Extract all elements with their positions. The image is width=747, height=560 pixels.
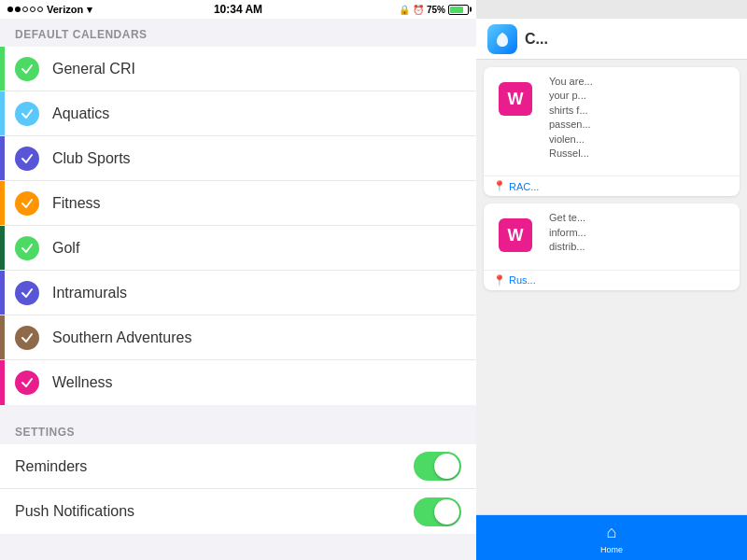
- checkmark-icon: [21, 63, 34, 76]
- news-card-1-location: 📍 RAC...: [484, 175, 740, 196]
- default-calendars-header: DEFAULT CALENDARS: [0, 19, 476, 47]
- color-bar-wellness: [0, 360, 5, 405]
- calendar-name-wellness: Wellness: [52, 374, 113, 391]
- color-bar-club-sports: [0, 136, 5, 180]
- alarm-icon: ⏰: [413, 5, 424, 15]
- calendar-name-intramurals: Intramurals: [52, 285, 127, 301]
- battery-icon: [448, 5, 469, 15]
- news-card-1: W You are...your p...shirts f...passen..…: [484, 67, 740, 196]
- calendar-item-intramurals[interactable]: Intramurals: [0, 271, 476, 315]
- settings-item-reminders: Reminders: [0, 444, 476, 489]
- toggle-knob-reminders: [434, 454, 459, 479]
- news-card-2-location: 📍 Rus...: [484, 270, 740, 290]
- calendar-name-general-cri: General CRI: [52, 61, 135, 77]
- status-time: 10:34 AM: [214, 3, 262, 16]
- settings-list: Reminders Push Notifications: [0, 444, 476, 534]
- check-circle-aquatics: [15, 102, 39, 126]
- lock-icon: 🔒: [399, 5, 410, 15]
- settings-header: SETTINGS: [0, 416, 476, 444]
- left-panel: Verizon ▾ 10:34 AM 🔒 ⏰ 75% DEFAULT CALEN…: [0, 0, 476, 560]
- reminders-label: Reminders: [15, 458, 87, 475]
- right-header-title: C...: [525, 31, 548, 48]
- signal-dot-1: [7, 7, 13, 12]
- check-circle-fitness: [15, 191, 39, 216]
- calendar-name-club-sports: Club Sports: [52, 150, 131, 167]
- checkmark-icon: [21, 242, 34, 255]
- home-icon: ⌂: [600, 521, 623, 543]
- color-bar-intramurals: [0, 271, 5, 315]
- right-header: C...: [476, 19, 747, 60]
- checkmark-icon: [21, 107, 34, 120]
- carrier-label: Verizon: [47, 4, 83, 15]
- signal-dot-4: [30, 7, 35, 12]
- calendar-name-southern-adventures: Southern Adventures: [52, 329, 191, 346]
- tab-home[interactable]: ⌂ Home: [600, 521, 623, 554]
- right-panel: C... W You are...your p...shirts f...pas…: [476, 0, 747, 560]
- push-notifications-label: Push Notifications: [15, 503, 134, 520]
- color-bar-golf: [0, 226, 5, 270]
- calendar-item-club-sports[interactable]: Club Sports: [0, 136, 476, 181]
- settings-item-push-notifications: Push Notifications: [0, 489, 476, 534]
- checkmark-icon: [21, 331, 34, 344]
- news-card-2-location-text: Rus...: [509, 274, 536, 286]
- calendar-name-golf: Golf: [52, 240, 79, 257]
- news-card-1-icon: W: [499, 82, 532, 116]
- calendar-item-fitness[interactable]: Fitness: [0, 181, 476, 226]
- wifi-icon: ▾: [87, 4, 92, 16]
- battery-percent: 75%: [427, 5, 445, 15]
- news-cards: W You are...your p...shirts f...passen..…: [476, 60, 747, 514]
- checkmark-icon: [21, 376, 34, 389]
- toggle-knob-push: [434, 499, 459, 525]
- location-pin-icon-1: 📍: [493, 180, 506, 192]
- calendar-name-fitness: Fitness: [52, 195, 101, 212]
- check-circle-club-sports: [15, 147, 39, 171]
- bottom-tab-bar: ⌂ Home: [476, 514, 747, 560]
- checkmark-icon: [21, 287, 34, 300]
- status-right: 🔒 ⏰ 75%: [399, 5, 469, 15]
- signal-dot-3: [22, 7, 28, 12]
- settings-section: SETTINGS Reminders Push Notifications: [0, 416, 476, 534]
- check-circle-southern-adventures: [15, 326, 39, 350]
- leaf-icon: [493, 30, 512, 49]
- news-card-1-body: You are...your p...shirts f...passen...v…: [540, 75, 602, 168]
- news-card-1-location-text: RAC...: [509, 181, 539, 192]
- check-circle-wellness: [15, 371, 39, 395]
- calendar-item-aquatics[interactable]: Aquatics: [0, 91, 476, 136]
- calendar-item-southern-adventures[interactable]: Southern Adventures: [0, 315, 476, 360]
- signal-dot-5: [37, 7, 43, 12]
- reminders-toggle[interactable]: [414, 452, 461, 481]
- check-circle-general-cri: [15, 57, 39, 81]
- calendar-list: General CRI Aquatics Club Sports: [0, 47, 476, 405]
- signal-dots: [7, 7, 43, 12]
- location-pin-icon-2: 📍: [493, 274, 506, 287]
- push-notifications-toggle[interactable]: [414, 497, 461, 526]
- color-bar-aquatics: [0, 91, 5, 135]
- tab-home-label: Home: [600, 545, 623, 554]
- right-header-icon: [487, 24, 517, 54]
- color-bar-general-cri: [0, 47, 5, 91]
- check-circle-intramurals: [15, 281, 39, 305]
- calendar-item-general-cri[interactable]: General CRI: [0, 47, 476, 91]
- color-bar-fitness: [0, 181, 5, 225]
- calendar-name-aquatics: Aquatics: [52, 105, 109, 122]
- news-card-2-body: Get te...inform...distrib...: [540, 211, 596, 261]
- status-left: Verizon ▾: [7, 4, 92, 16]
- check-circle-golf: [15, 236, 39, 260]
- checkmark-icon: [21, 197, 34, 210]
- color-bar-southern-adventures: [0, 315, 5, 359]
- news-card-2: W Get te...inform...distrib... 📍 Rus...: [484, 203, 740, 289]
- right-top-bar: [476, 0, 747, 19]
- battery-fill: [450, 7, 463, 13]
- signal-dot-2: [15, 7, 21, 12]
- checkmark-icon: [21, 152, 34, 165]
- calendar-item-wellness[interactable]: Wellness: [0, 360, 476, 405]
- news-card-2-icon: W: [499, 218, 532, 252]
- calendar-item-golf[interactable]: Golf: [0, 226, 476, 271]
- status-bar: Verizon ▾ 10:34 AM 🔒 ⏰ 75%: [0, 0, 476, 19]
